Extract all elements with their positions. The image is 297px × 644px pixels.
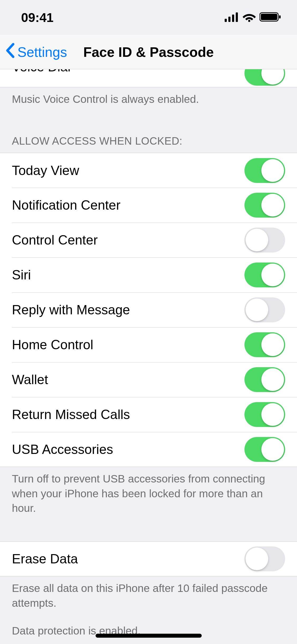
allow-access-header: Allow access when locked: xyxy=(0,111,297,153)
cell-label: Home Control xyxy=(12,337,93,352)
status-indicators xyxy=(225,10,281,25)
svg-rect-2 xyxy=(232,15,234,22)
status-bar: 09:41 xyxy=(0,0,297,35)
row-siri: Siri xyxy=(0,257,297,292)
toggle-today-view[interactable] xyxy=(244,158,285,183)
row-reply-with-message: Reply with Message xyxy=(0,292,297,327)
cell-label: Notification Center xyxy=(12,197,120,213)
usb-footer: Turn off to prevent USB accessories from… xyxy=(0,467,297,520)
status-time: 09:41 xyxy=(21,10,54,25)
row-return-missed-calls: Return Missed Calls xyxy=(0,397,297,432)
nav-bar: Settings Face ID & Passcode xyxy=(0,35,297,69)
cell-label: Return Missed Calls xyxy=(12,407,130,422)
toggle-siri[interactable] xyxy=(244,263,285,287)
svg-rect-7 xyxy=(279,15,281,19)
content: Voice Dial Music Voice Control is always… xyxy=(0,69,297,644)
home-indicator xyxy=(96,634,202,638)
toggle-home-control[interactable] xyxy=(244,332,285,357)
back-button[interactable]: Settings xyxy=(0,43,67,62)
cell-label: Voice Dial xyxy=(12,69,70,75)
erase-footer: Erase all data on this iPhone after 10 f… xyxy=(0,576,297,643)
svg-point-4 xyxy=(248,20,250,22)
cell-label: Today View xyxy=(12,163,79,178)
allow-access-group: Today ViewNotification CenterControl Cen… xyxy=(0,153,297,467)
svg-rect-0 xyxy=(225,19,227,22)
svg-rect-1 xyxy=(228,17,230,22)
voice-dial-footer: Music Voice Control is always enabled. xyxy=(0,87,297,111)
toggle-erase-data[interactable] xyxy=(244,546,285,571)
battery-icon xyxy=(260,10,281,25)
back-label: Settings xyxy=(17,44,67,60)
row-voice-dial: Voice Dial xyxy=(0,69,297,87)
row-usb-accessories: USB Accessories xyxy=(0,432,297,467)
row-today-view: Today View xyxy=(0,153,297,188)
toggle-usb-accessories[interactable] xyxy=(244,437,285,462)
svg-rect-6 xyxy=(261,14,277,20)
row-erase-data: Erase Data xyxy=(0,541,297,576)
row-home-control: Home Control xyxy=(0,327,297,362)
toggle-control-center[interactable] xyxy=(244,228,285,252)
cell-label: Wallet xyxy=(12,372,48,387)
row-control-center: Control Center xyxy=(0,223,297,257)
cell-label: Siri xyxy=(12,267,31,283)
cellular-icon xyxy=(225,10,239,25)
cell-label: USB Accessories xyxy=(12,442,113,457)
svg-rect-3 xyxy=(236,12,238,22)
cell-label: Reply with Message xyxy=(12,302,130,318)
toggle-voice-dial[interactable] xyxy=(244,69,285,86)
cell-label: Erase Data xyxy=(12,551,78,567)
cell-label: Control Center xyxy=(12,232,98,248)
toggle-reply-with-message[interactable] xyxy=(244,297,285,322)
toggle-return-missed-calls[interactable] xyxy=(244,402,285,427)
toggle-notification-center[interactable] xyxy=(244,193,285,218)
chevron-left-icon xyxy=(5,43,15,62)
toggle-wallet[interactable] xyxy=(244,367,285,392)
wifi-icon xyxy=(243,10,256,25)
row-wallet: Wallet xyxy=(0,362,297,397)
row-notification-center: Notification Center xyxy=(0,188,297,223)
